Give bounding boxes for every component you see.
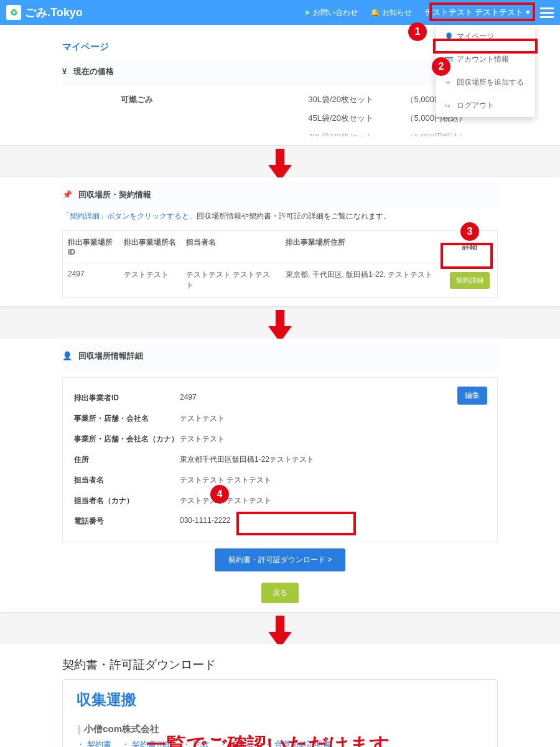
price-row: 可燃ごみ 30L袋/20枚セット （5,000円税込）	[62, 90, 498, 109]
yen-icon: ¥	[62, 67, 67, 76]
table-row: 2497 テストテスト テストテスト テストテスト 東京都, 千代田区, 飯田橋…	[63, 263, 497, 297]
panel-download: 契約書・許可証ダウンロード 収集運搬 小僧com株式会社・契約書・契約書別紙・約…	[0, 644, 560, 747]
download-box: 収集運搬 小僧com株式会社・契約書・契約書別紙・約款・許可証・合意締結証明書ト…	[62, 679, 498, 747]
flow-arrow-icon	[0, 153, 560, 177]
recycle-icon: ♻	[6, 5, 21, 20]
paper-plane-icon: ➤	[304, 8, 310, 17]
edit-button[interactable]: 編集	[457, 387, 487, 405]
flow-arrow-icon	[0, 619, 560, 644]
flow-arrow-icon	[0, 314, 560, 339]
section-price-head: ¥ 現在の価格	[62, 59, 498, 84]
detail-box: 編集 排出事業者ID2497 事業所・店舗・会社名テストテスト 事業所・店舗・会…	[62, 377, 498, 542]
user-dropdown: 👤 マイページ 🪪 アカウント情報 ＋ 回収場所を追加する ↪ ログアウト	[436, 25, 535, 117]
mypage-title: マイページ	[62, 30, 498, 59]
download-heading: 収集運搬	[77, 690, 483, 710]
brand-text: ごみ.Tokyo	[25, 5, 83, 20]
notice-link[interactable]: 🔔 お知らせ	[370, 7, 412, 18]
dropdown-logout[interactable]: ↪ ログアウト	[436, 94, 535, 117]
contract-table: 排出事業場所ID 排出事業場所名 担当者名 排出事業場所住所 詳細 2497 テ…	[62, 230, 498, 298]
user-menu-trigger[interactable]: テストテスト テストテスト ▾	[418, 4, 536, 21]
topbar: ♻ ごみ.Tokyo ➤ お問い合わせ 🔔 お知らせ テストテスト テストテスト…	[0, 0, 560, 25]
price-row: 45L袋/20枚セット （5,000円税込）	[62, 109, 498, 128]
table-header: 排出事業場所ID 排出事業場所名 担当者名 排出事業場所住所 詳細	[63, 231, 497, 263]
company-name: 小僧com株式会社	[77, 718, 483, 736]
panel-contract: 📌 回収場所・契約情報 「契約詳細」ボタンをクリックすると、回収場所情報や契約書…	[0, 177, 560, 306]
user-icon: 👤	[444, 32, 452, 41]
download-button[interactable]: 契約書・許可証ダウンロード >	[215, 548, 345, 571]
download-title: 契約書・許可証ダウンロード	[62, 653, 498, 679]
contact-link[interactable]: ➤ お問い合わせ	[304, 7, 358, 18]
pin-icon: 📌	[62, 190, 72, 199]
brand-logo[interactable]: ♻ ごみ.Tokyo	[6, 5, 83, 20]
download-link[interactable]: ・許可証	[219, 740, 254, 747]
download-link[interactable]: ・約款	[182, 740, 209, 747]
download-link[interactable]: ・契約書別紙	[121, 740, 172, 747]
download-link[interactable]: ・契約書	[77, 740, 111, 747]
panel-detail: 👤 回収場所情報詳細 編集 排出事業者ID2497 事業所・店舗・会社名テストテ…	[0, 339, 560, 612]
plus-icon: ＋	[444, 77, 452, 88]
dropdown-mypage[interactable]: 👤 マイページ	[436, 25, 535, 48]
price-row: 70L袋/20枚セット （5,000円税込）	[62, 128, 498, 136]
dropdown-add-place[interactable]: ＋ 回収場所を追加する	[436, 71, 535, 94]
back-button[interactable]: 戻る	[261, 583, 299, 603]
company-links: ・契約書・契約書別紙・約款・許可証・合意締結証明書	[77, 736, 483, 747]
contract-detail-button[interactable]: 契約詳細	[450, 272, 490, 289]
exit-icon: ↪	[444, 101, 452, 110]
section-detail-head: 👤 回収場所情報詳細	[62, 344, 498, 369]
dropdown-account[interactable]: 🪪 アカウント情報	[436, 48, 535, 71]
section-contract-head: 📌 回収場所・契約情報	[62, 182, 498, 207]
bell-icon: 🔔	[370, 8, 380, 17]
contract-hint: 「契約詳細」ボタンをクリックすると、回収場所情報や契約書・許可証の詳細をご覧にな…	[62, 207, 498, 230]
caret-down-icon: ▾	[526, 7, 530, 17]
person-icon: 👤	[62, 351, 72, 360]
id-icon: 🪪	[444, 55, 452, 64]
hamburger-menu[interactable]	[540, 5, 554, 21]
download-link[interactable]: ・合意締結証明書	[264, 740, 331, 747]
